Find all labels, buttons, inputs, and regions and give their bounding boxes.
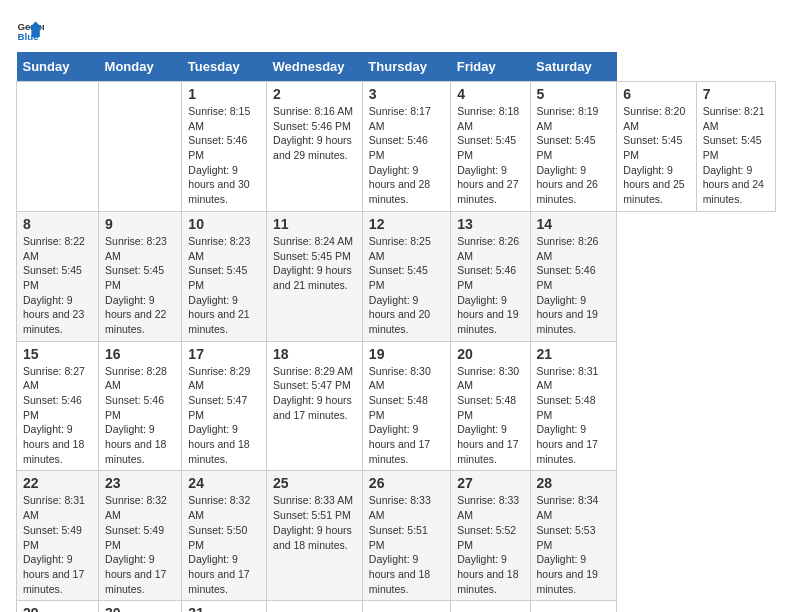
day-details: Sunrise: 8:30 AMSunset: 5:48 PMDaylight:… bbox=[457, 364, 523, 467]
day-number: 13 bbox=[457, 216, 523, 232]
day-number: 9 bbox=[105, 216, 175, 232]
day-details: Sunrise: 8:24 AMSunset: 5:45 PMDaylight:… bbox=[273, 234, 356, 293]
day-number: 2 bbox=[273, 86, 356, 102]
day-number: 1 bbox=[188, 86, 260, 102]
calendar-cell: 21Sunrise: 8:31 AMSunset: 5:48 PMDayligh… bbox=[530, 341, 617, 471]
day-details: Sunrise: 8:23 AMSunset: 5:45 PMDaylight:… bbox=[105, 234, 175, 337]
calendar-cell: 12Sunrise: 8:25 AMSunset: 5:45 PMDayligh… bbox=[362, 211, 450, 341]
calendar-week-row: 1Sunrise: 8:15 AMSunset: 5:46 PMDaylight… bbox=[17, 82, 776, 212]
weekday-header: Tuesday bbox=[182, 52, 267, 82]
calendar-week-row: 8Sunrise: 8:22 AMSunset: 5:45 PMDaylight… bbox=[17, 211, 776, 341]
day-details: Sunrise: 8:19 AMSunset: 5:45 PMDaylight:… bbox=[537, 104, 611, 207]
calendar-cell bbox=[99, 82, 182, 212]
day-details: Sunrise: 8:20 AMSunset: 5:45 PMDaylight:… bbox=[623, 104, 689, 207]
calendar-cell: 4Sunrise: 8:18 AMSunset: 5:45 PMDaylight… bbox=[451, 82, 530, 212]
day-details: Sunrise: 8:34 AMSunset: 5:53 PMDaylight:… bbox=[537, 493, 611, 596]
calendar-cell: 8Sunrise: 8:22 AMSunset: 5:45 PMDaylight… bbox=[17, 211, 99, 341]
calendar-cell bbox=[267, 601, 363, 612]
day-number: 17 bbox=[188, 346, 260, 362]
calendar-cell: 2Sunrise: 8:16 AMSunset: 5:46 PMDaylight… bbox=[267, 82, 363, 212]
day-details: Sunrise: 8:33 AMSunset: 5:51 PMDaylight:… bbox=[369, 493, 444, 596]
weekday-header: Saturday bbox=[530, 52, 617, 82]
header: General Blue bbox=[16, 16, 776, 44]
day-number: 23 bbox=[105, 475, 175, 491]
calendar-cell: 18Sunrise: 8:29 AMSunset: 5:47 PMDayligh… bbox=[267, 341, 363, 471]
calendar-cell bbox=[17, 82, 99, 212]
calendar-cell: 31Sunrise: 8:34 AMSunset: 5:55 PMDayligh… bbox=[182, 601, 267, 612]
calendar-cell: 19Sunrise: 8:30 AMSunset: 5:48 PMDayligh… bbox=[362, 341, 450, 471]
calendar-cell: 20Sunrise: 8:30 AMSunset: 5:48 PMDayligh… bbox=[451, 341, 530, 471]
calendar-cell: 6Sunrise: 8:20 AMSunset: 5:45 PMDaylight… bbox=[617, 82, 696, 212]
day-details: Sunrise: 8:23 AMSunset: 5:45 PMDaylight:… bbox=[188, 234, 260, 337]
calendar-cell: 10Sunrise: 8:23 AMSunset: 5:45 PMDayligh… bbox=[182, 211, 267, 341]
weekday-header: Thursday bbox=[362, 52, 450, 82]
calendar-cell: 5Sunrise: 8:19 AMSunset: 5:45 PMDaylight… bbox=[530, 82, 617, 212]
calendar-cell: 1Sunrise: 8:15 AMSunset: 5:46 PMDaylight… bbox=[182, 82, 267, 212]
calendar-cell: 23Sunrise: 8:32 AMSunset: 5:49 PMDayligh… bbox=[99, 471, 182, 601]
day-details: Sunrise: 8:16 AMSunset: 5:46 PMDaylight:… bbox=[273, 104, 356, 163]
calendar-cell: 28Sunrise: 8:34 AMSunset: 5:53 PMDayligh… bbox=[530, 471, 617, 601]
day-details: Sunrise: 8:15 AMSunset: 5:46 PMDaylight:… bbox=[188, 104, 260, 207]
weekday-header: Sunday bbox=[17, 52, 99, 82]
day-number: 22 bbox=[23, 475, 92, 491]
calendar-cell: 29Sunrise: 8:34 AMSunset: 5:53 PMDayligh… bbox=[17, 601, 99, 612]
day-details: Sunrise: 8:32 AMSunset: 5:49 PMDaylight:… bbox=[105, 493, 175, 596]
calendar-cell bbox=[530, 601, 617, 612]
day-number: 30 bbox=[105, 605, 175, 612]
day-details: Sunrise: 8:31 AMSunset: 5:49 PMDaylight:… bbox=[23, 493, 92, 596]
day-number: 11 bbox=[273, 216, 356, 232]
day-number: 10 bbox=[188, 216, 260, 232]
weekday-header: Wednesday bbox=[267, 52, 363, 82]
day-number: 4 bbox=[457, 86, 523, 102]
calendar-cell: 26Sunrise: 8:33 AMSunset: 5:51 PMDayligh… bbox=[362, 471, 450, 601]
day-details: Sunrise: 8:30 AMSunset: 5:48 PMDaylight:… bbox=[369, 364, 444, 467]
day-number: 20 bbox=[457, 346, 523, 362]
day-details: Sunrise: 8:25 AMSunset: 5:45 PMDaylight:… bbox=[369, 234, 444, 337]
calendar-cell: 3Sunrise: 8:17 AMSunset: 5:46 PMDaylight… bbox=[362, 82, 450, 212]
day-number: 24 bbox=[188, 475, 260, 491]
calendar-cell: 16Sunrise: 8:28 AMSunset: 5:46 PMDayligh… bbox=[99, 341, 182, 471]
day-number: 31 bbox=[188, 605, 260, 612]
day-number: 3 bbox=[369, 86, 444, 102]
day-number: 21 bbox=[537, 346, 611, 362]
day-details: Sunrise: 8:26 AMSunset: 5:46 PMDaylight:… bbox=[457, 234, 523, 337]
logo-icon: General Blue bbox=[16, 16, 44, 44]
day-details: Sunrise: 8:29 AMSunset: 5:47 PMDaylight:… bbox=[273, 364, 356, 423]
calendar-cell: 13Sunrise: 8:26 AMSunset: 5:46 PMDayligh… bbox=[451, 211, 530, 341]
day-details: Sunrise: 8:17 AMSunset: 5:46 PMDaylight:… bbox=[369, 104, 444, 207]
calendar-cell: 27Sunrise: 8:33 AMSunset: 5:52 PMDayligh… bbox=[451, 471, 530, 601]
calendar-cell: 9Sunrise: 8:23 AMSunset: 5:45 PMDaylight… bbox=[99, 211, 182, 341]
day-number: 29 bbox=[23, 605, 92, 612]
day-number: 19 bbox=[369, 346, 444, 362]
day-number: 28 bbox=[537, 475, 611, 491]
day-number: 26 bbox=[369, 475, 444, 491]
calendar-week-row: 15Sunrise: 8:27 AMSunset: 5:46 PMDayligh… bbox=[17, 341, 776, 471]
day-details: Sunrise: 8:28 AMSunset: 5:46 PMDaylight:… bbox=[105, 364, 175, 467]
day-details: Sunrise: 8:27 AMSunset: 5:46 PMDaylight:… bbox=[23, 364, 92, 467]
day-number: 6 bbox=[623, 86, 689, 102]
logo: General Blue bbox=[16, 16, 44, 44]
calendar-cell: 30Sunrise: 8:34 AMSunset: 5:54 PMDayligh… bbox=[99, 601, 182, 612]
day-details: Sunrise: 8:21 AMSunset: 5:45 PMDaylight:… bbox=[703, 104, 769, 207]
calendar-cell: 17Sunrise: 8:29 AMSunset: 5:47 PMDayligh… bbox=[182, 341, 267, 471]
day-details: Sunrise: 8:31 AMSunset: 5:48 PMDaylight:… bbox=[537, 364, 611, 467]
calendar-week-row: 22Sunrise: 8:31 AMSunset: 5:49 PMDayligh… bbox=[17, 471, 776, 601]
calendar-table: SundayMondayTuesdayWednesdayThursdayFrid… bbox=[16, 52, 776, 612]
day-number: 27 bbox=[457, 475, 523, 491]
calendar-cell: 11Sunrise: 8:24 AMSunset: 5:45 PMDayligh… bbox=[267, 211, 363, 341]
day-number: 18 bbox=[273, 346, 356, 362]
day-number: 14 bbox=[537, 216, 611, 232]
day-details: Sunrise: 8:22 AMSunset: 5:45 PMDaylight:… bbox=[23, 234, 92, 337]
calendar-cell: 24Sunrise: 8:32 AMSunset: 5:50 PMDayligh… bbox=[182, 471, 267, 601]
calendar-cell bbox=[451, 601, 530, 612]
day-details: Sunrise: 8:33 AMSunset: 5:52 PMDaylight:… bbox=[457, 493, 523, 596]
calendar-cell: 25Sunrise: 8:33 AMSunset: 5:51 PMDayligh… bbox=[267, 471, 363, 601]
calendar-cell: 14Sunrise: 8:26 AMSunset: 5:46 PMDayligh… bbox=[530, 211, 617, 341]
day-number: 12 bbox=[369, 216, 444, 232]
day-details: Sunrise: 8:26 AMSunset: 5:46 PMDaylight:… bbox=[537, 234, 611, 337]
day-number: 7 bbox=[703, 86, 769, 102]
calendar-cell bbox=[362, 601, 450, 612]
calendar-cell: 15Sunrise: 8:27 AMSunset: 5:46 PMDayligh… bbox=[17, 341, 99, 471]
calendar-week-row: 29Sunrise: 8:34 AMSunset: 5:53 PMDayligh… bbox=[17, 601, 776, 612]
day-number: 15 bbox=[23, 346, 92, 362]
